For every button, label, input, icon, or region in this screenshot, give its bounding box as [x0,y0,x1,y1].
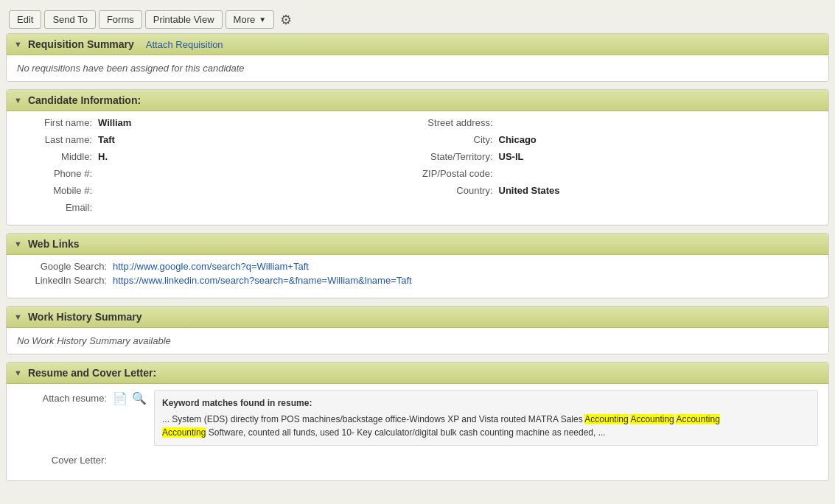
send-to-button[interactable]: Send To [44,10,95,29]
requisition-summary-toggle[interactable]: ▼ [14,40,22,49]
linkedin-search-link[interactable]: https://www.linkedin.com/search?search=&… [113,275,412,286]
candidate-information-grid: First name: William Last name: Taft Midd… [7,111,828,225]
mobile-label: Mobile #: [17,185,98,196]
google-search-link[interactable]: http://www.google.com/search?q=William+T… [113,261,309,272]
edit-button[interactable]: Edit [9,10,41,29]
google-search-label: Google Search: [17,261,113,272]
phone-label: Phone #: [17,168,98,179]
middle-label: Middle: [17,151,98,162]
country-value: United States [499,185,560,196]
middle-row: Middle: H. [17,151,418,162]
resume-cover-toggle[interactable]: ▼ [14,368,22,377]
attach-resume-label: Attach resume: [17,390,113,404]
keyword-text: ... System (EDS) directly from POS machi… [162,413,810,439]
forms-button[interactable]: Forms [99,10,142,29]
keyword-text-after: Software, counted all funds, used 10- Ke… [206,427,605,438]
city-value: Chicago [499,134,537,145]
web-links-title: Web Links [28,238,80,250]
state-label: State/Territory: [418,151,499,162]
state-row: State/Territory: US-IL [418,151,819,162]
requisition-no-data: No requisitions have been assigned for t… [17,63,245,74]
street-address-row: Street address: [418,117,819,128]
country-row: Country: United States [418,185,819,196]
web-links-toggle[interactable]: ▼ [14,239,22,248]
keyword-title: Keyword matches found in resume: [162,396,810,410]
middle-value: H. [98,151,108,162]
keyword-highlight-3: Accounting [676,414,719,424]
country-label: Country: [418,185,499,196]
email-row: Email: [17,202,418,213]
city-row: City: Chicago [418,134,819,145]
toolbar: Edit Send To Forms Printable View More ▼… [6,6,829,33]
google-search-row: Google Search: http://www.google.com/sea… [17,261,818,272]
last-name-label: Last name: [17,134,98,145]
city-label: City: [418,134,499,145]
more-label: More [234,14,256,25]
document-icon[interactable]: 📄 [113,391,127,405]
candidate-information-toggle[interactable]: ▼ [14,96,22,105]
resume-cover-title: Resume and Cover Letter: [28,367,156,379]
attach-requisition-link[interactable]: Attach Requisition [146,39,223,50]
work-history-toggle[interactable]: ▼ [14,312,22,321]
web-links-body: Google Search: http://www.google.com/sea… [7,255,828,298]
candidate-information-section: ▼ Candidate Information: First name: Wil… [6,89,829,225]
resume-cover-body: Attach resume: 📄 🔍 Keyword matches found… [7,384,828,480]
first-name-row: First name: William [17,117,418,128]
cover-letter-label: Cover Letter: [17,452,113,466]
web-links-header: ▼ Web Links [7,234,828,255]
candidate-information-header: ▼ Candidate Information: [7,90,828,111]
work-history-no-data: No Work History Summary available [17,335,171,346]
state-value: US-IL [499,151,524,162]
last-name-row: Last name: Taft [17,134,418,145]
zip-label: ZIP/Postal code: [418,168,499,179]
zip-row: ZIP/Postal code: [418,168,819,179]
more-button[interactable]: More ▼ [226,10,275,29]
keyword-box: Keyword matches found in resume: ... Sys… [154,390,818,446]
more-dropdown-arrow: ▼ [259,15,266,24]
search-icon[interactable]: 🔍 [132,391,147,405]
printable-view-button[interactable]: Printable View [145,10,223,29]
first-name-label: First name: [17,117,98,128]
web-links-section: ▼ Web Links Google Search: http://www.go… [6,233,829,298]
gear-icon[interactable]: ⚙ [277,11,295,29]
linkedin-search-label: LinkedIn Search: [17,275,113,286]
email-label: Email: [17,202,98,213]
mobile-row: Mobile #: [17,185,418,196]
cover-letter-row: Cover Letter: [17,452,818,466]
candidate-information-title: Candidate Information: [28,94,141,106]
candidate-info-left-col: First name: William Last name: Taft Midd… [17,117,418,216]
last-name-value: Taft [98,134,115,145]
keyword-highlight-1: Accounting [584,414,628,424]
attach-resume-row: Attach resume: 📄 🔍 Keyword matches found… [17,390,818,446]
work-history-header: ▼ Work History Summary [7,307,828,328]
requisition-summary-title: Requisition Summary [28,38,134,50]
keyword-text-before: ... System (EDS) directly from POS machi… [162,414,584,424]
requisition-summary-body: No requisitions have been assigned for t… [7,55,828,81]
candidate-info-right-col: Street address: City: Chicago State/Terr… [418,117,819,216]
work-history-section: ▼ Work History Summary No Work History S… [6,306,829,354]
work-history-title: Work History Summary [28,311,142,323]
keyword-highlight-4: Accounting [162,427,206,438]
resume-icons-container: 📄 🔍 [113,390,147,405]
street-address-label: Street address: [418,117,499,128]
resume-cover-section: ▼ Resume and Cover Letter: Attach resume… [6,362,829,481]
requisition-summary-header: ▼ Requisition Summary Attach Requisition [7,34,828,55]
keyword-highlight-2: Accounting [630,414,674,424]
linkedin-search-row: LinkedIn Search: https://www.linkedin.co… [17,275,818,286]
resume-cover-header: ▼ Resume and Cover Letter: [7,363,828,384]
first-name-value: William [98,117,131,128]
requisition-summary-section: ▼ Requisition Summary Attach Requisition… [6,33,829,82]
work-history-body: No Work History Summary available [7,328,828,354]
phone-row: Phone #: [17,168,418,179]
